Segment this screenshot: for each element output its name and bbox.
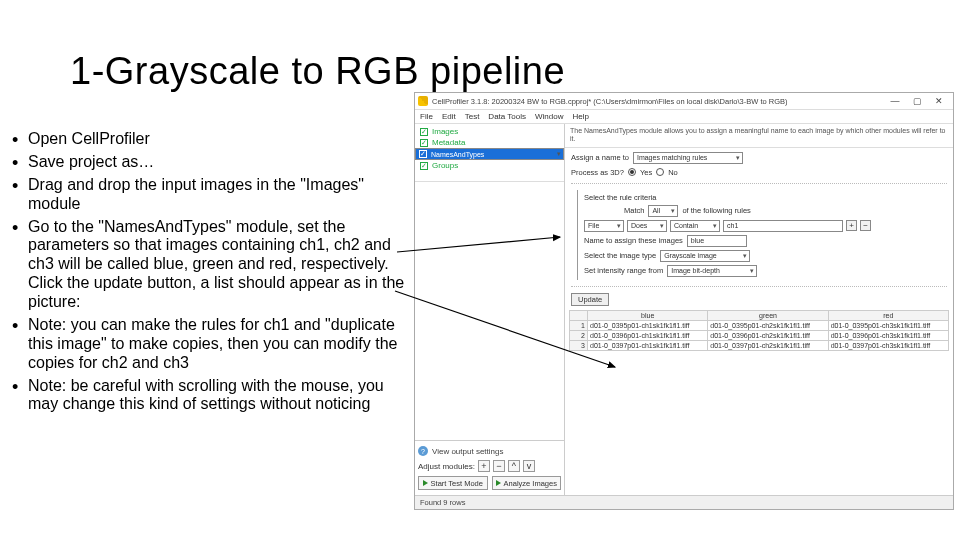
slide-title: 1-Grayscale to RGB pipeline: [70, 50, 565, 93]
menu-datatools[interactable]: Data Tools: [488, 112, 526, 121]
app-icon: [418, 96, 428, 106]
process3d-no-radio[interactable]: [656, 168, 664, 176]
match-suffix: of the following rules: [682, 206, 750, 215]
bullet-item: Go to the "NamesAndTypes" module, set th…: [12, 218, 407, 312]
start-test-button[interactable]: Start Test Mode: [418, 476, 488, 490]
module-description: The NamesAndTypes module allows you to a…: [565, 124, 953, 148]
rule-add-button[interactable]: +: [846, 220, 857, 231]
rule-subject-select[interactable]: File: [584, 220, 624, 232]
process3d-yes-radio[interactable]: [628, 168, 636, 176]
minimize-button[interactable]: —: [884, 94, 906, 109]
remove-module-button[interactable]: −: [493, 460, 505, 472]
rule-header-label: Select the rule criteria: [584, 193, 657, 202]
menu-edit[interactable]: Edit: [442, 112, 456, 121]
pipeline-item-metadata[interactable]: ✓Metadata: [415, 137, 564, 148]
module-panel: The NamesAndTypes module allows you to a…: [565, 124, 953, 495]
window-title: CellProfiler 3.1.8: 20200324 BW to RGB.c…: [432, 97, 884, 106]
left-bottom-panel: ?View output settings Adjust modules: + …: [415, 440, 564, 495]
rule-remove-button[interactable]: −: [860, 220, 871, 231]
rules-group: Select the rule criteria Match All of th…: [577, 190, 947, 280]
checkbox-icon: ✓: [420, 128, 428, 136]
maximize-button[interactable]: ▢: [906, 94, 928, 109]
intensity-range-label: Set intensity range from: [584, 266, 663, 275]
left-panel: ✓Images ✓Metadata ✓NamesAndTypes ✓Groups…: [415, 124, 565, 495]
move-down-button[interactable]: v: [523, 460, 535, 472]
col-green[interactable]: green: [708, 310, 828, 320]
table-row[interactable]: 2 d01-0_0396p01-ch1sk1fk1fl1.tiff d01-0_…: [570, 330, 949, 340]
assign-name-label: Assign a name to: [571, 153, 629, 162]
image-table: blue green red 1 d01-0_0395p01-ch1sk1fk1…: [565, 310, 953, 351]
checkbox-icon: ✓: [420, 162, 428, 170]
col-index: [570, 310, 588, 320]
analyze-images-button[interactable]: Analyze Images: [492, 476, 562, 490]
rule-op-select[interactable]: Contain: [670, 220, 720, 232]
bullet-item: Drag and drop the input images in the "I…: [12, 176, 407, 214]
table-row[interactable]: 1 d01-0_0395p01-ch1sk1fk1fl1.tiff d01-0_…: [570, 320, 949, 330]
status-bar: Found 9 rows: [415, 495, 953, 509]
play-icon: [496, 480, 501, 486]
match-select[interactable]: All: [648, 205, 678, 217]
close-button[interactable]: ✕: [928, 94, 950, 109]
bullet-list: Open CellProfiler Save project as… Drag …: [12, 130, 407, 418]
move-up-button[interactable]: ^: [508, 460, 520, 472]
name-assign-label: Name to assign these images: [584, 236, 683, 245]
add-module-button[interactable]: +: [478, 460, 490, 472]
help-icon: ?: [418, 446, 428, 456]
radio-yes-label: Yes: [640, 168, 652, 177]
process3d-label: Process as 3D?: [571, 168, 624, 177]
checkbox-icon: ✓: [419, 150, 427, 158]
intensity-range-select[interactable]: Image bit-depth: [667, 265, 757, 277]
play-icon: [423, 480, 428, 486]
update-button[interactable]: Update: [571, 293, 609, 306]
bullet-item: Open CellProfiler: [12, 130, 407, 149]
col-red[interactable]: red: [828, 310, 948, 320]
match-label: Match: [624, 206, 644, 215]
menu-file[interactable]: File: [420, 112, 433, 121]
pipeline-item-images[interactable]: ✓Images: [415, 126, 564, 137]
menu-help[interactable]: Help: [572, 112, 588, 121]
assign-name-select[interactable]: Images matching rules: [633, 152, 743, 164]
checkbox-icon: ✓: [420, 139, 428, 147]
name-assign-input[interactable]: blue: [687, 235, 747, 247]
rule-verb-select[interactable]: Does: [627, 220, 667, 232]
cellprofiler-window: CellProfiler 3.1.8: 20200324 BW to RGB.c…: [414, 92, 954, 510]
rule-value-input[interactable]: ch1: [723, 220, 843, 232]
image-type-select[interactable]: Grayscale image: [660, 250, 750, 262]
col-blue[interactable]: blue: [588, 310, 708, 320]
output-settings-link[interactable]: ?View output settings: [418, 444, 561, 458]
titlebar: CellProfiler 3.1.8: 20200324 BW to RGB.c…: [415, 93, 953, 110]
table-row[interactable]: 3 d01-0_0397p01-ch1sk1fk1fl1.tiff d01-0_…: [570, 340, 949, 350]
image-type-label: Select the image type: [584, 251, 656, 260]
bullet-item: Note: you can make the rules for ch1 and…: [12, 316, 407, 373]
menu-window[interactable]: Window: [535, 112, 563, 121]
adjust-modules-label: Adjust modules:: [418, 462, 475, 471]
bullet-item: Note: be careful with scrolling with the…: [12, 377, 407, 415]
pipeline-list: ✓Images ✓Metadata ✓NamesAndTypes ✓Groups: [415, 124, 564, 182]
radio-no-label: No: [668, 168, 678, 177]
bullet-item: Save project as…: [12, 153, 407, 172]
pipeline-item-groups[interactable]: ✓Groups: [415, 160, 564, 171]
menu-test[interactable]: Test: [465, 112, 480, 121]
status-text: Found 9 rows: [420, 498, 465, 507]
pipeline-item-namesandtypes[interactable]: ✓NamesAndTypes: [415, 148, 564, 160]
menubar: File Edit Test Data Tools Window Help: [415, 110, 953, 124]
